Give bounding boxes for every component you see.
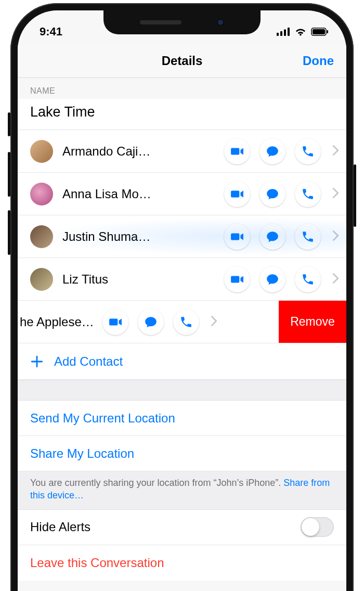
facetime-video-button[interactable] [102, 309, 128, 335]
contact-row[interactable]: Anna Lisa Mo… [18, 173, 346, 215]
location-footer: You are currently sharing your location … [18, 471, 346, 510]
contact-name: Armando Caji… [62, 144, 161, 159]
call-button[interactable] [295, 224, 321, 250]
svg-rect-3 [288, 28, 290, 36]
facetime-video-button[interactable] [224, 138, 250, 164]
chevron-right-icon [211, 315, 217, 329]
group-name-field[interactable]: Lake Time [18, 99, 346, 130]
hide-alerts-row: Hide Alerts [18, 510, 346, 545]
wifi-icon [294, 28, 307, 36]
svg-rect-1 [280, 31, 282, 36]
battery-icon [311, 28, 329, 36]
contact-name: Anna Lisa Mo… [62, 187, 161, 201]
svg-rect-5 [313, 29, 325, 34]
avatar [30, 268, 53, 291]
svg-rect-6 [327, 30, 329, 33]
contact-row-swiped[interactable]: he Applese… Remove [18, 301, 346, 343]
cellular-icon [277, 28, 290, 36]
section-gap [18, 380, 346, 401]
add-contact-button[interactable]: Add Contact [18, 343, 346, 380]
contact-name: Liz Titus [62, 272, 161, 287]
device-frame: 9:41 Details Done NAME Lake Time [10, 3, 354, 591]
avatar [30, 140, 53, 163]
speaker-grill [140, 20, 181, 24]
call-button[interactable] [295, 138, 321, 164]
message-button[interactable] [259, 266, 285, 292]
status-time: 9:41 [40, 25, 62, 38]
front-camera [217, 19, 224, 26]
notch [103, 10, 261, 34]
mute-switch [8, 112, 10, 136]
hide-alerts-toggle[interactable] [301, 517, 334, 537]
chevron-right-icon [332, 230, 339, 243]
plus-icon [30, 355, 44, 368]
done-button[interactable]: Done [303, 54, 334, 68]
nav-title: Details [162, 54, 203, 68]
volume-down-button [8, 210, 10, 255]
facetime-video-button[interactable] [224, 224, 250, 250]
facetime-video-button[interactable] [224, 266, 250, 292]
send-location-button[interactable]: Send My Current Location [18, 401, 346, 436]
call-button[interactable] [295, 266, 321, 292]
location-footer-text: You are currently sharing your location … [30, 478, 283, 488]
contact-name: he Applese… [20, 315, 94, 329]
name-section-header: NAME [18, 78, 346, 99]
chevron-right-icon [332, 273, 339, 286]
contact-name: Justin Shuma… [62, 229, 161, 244]
chevron-right-icon [332, 187, 339, 201]
facetime-video-button[interactable] [224, 181, 250, 207]
message-button[interactable] [259, 224, 285, 250]
svg-rect-0 [277, 33, 279, 36]
volume-up-button [8, 152, 10, 197]
contact-row[interactable]: Armando Caji… [18, 130, 346, 173]
nav-bar: Details Done [18, 44, 346, 78]
contact-row[interactable]: Justin Shuma… [18, 215, 346, 258]
message-button[interactable] [138, 309, 164, 335]
toggle-knob [302, 518, 319, 536]
leave-conversation-button[interactable]: Leave this Conversation [18, 545, 346, 581]
contact-row[interactable]: Liz Titus [18, 258, 346, 301]
avatar [30, 225, 53, 248]
call-button[interactable] [173, 309, 199, 335]
message-button[interactable] [259, 181, 285, 207]
message-button[interactable] [259, 138, 285, 164]
avatar [30, 183, 53, 205]
screen: 9:41 Details Done NAME Lake Time [18, 10, 346, 591]
side-button [354, 164, 356, 227]
add-contact-label: Add Contact [54, 354, 123, 369]
svg-rect-2 [284, 30, 286, 36]
remove-button[interactable]: Remove [279, 301, 346, 343]
chevron-right-icon [332, 145, 339, 158]
hide-alerts-label: Hide Alerts [30, 520, 90, 534]
share-location-button[interactable]: Share My Location [18, 436, 346, 471]
call-button[interactable] [295, 181, 321, 207]
